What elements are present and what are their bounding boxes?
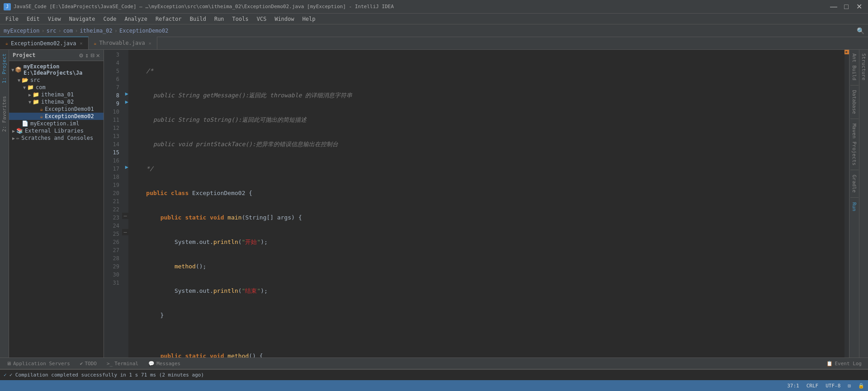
run-label[interactable]: Run — [850, 200, 858, 213]
lock-icon: 🔒 — [858, 383, 864, 389]
nav-item-itheima02[interactable]: itheima_02 — [80, 28, 113, 34]
line-num-11: 11 — [104, 116, 119, 124]
gutter-run-9[interactable]: ▶ — [125, 99, 128, 105]
menu-item-file[interactable]: File — [2, 15, 22, 23]
tree-item-myexception[interactable]: ▼ 📦 myException E:\IdeaProjects\Ja — [9, 63, 104, 76]
gradle-label[interactable]: Gradle — [850, 173, 858, 195]
project-panel-toggle[interactable]: 1: Project — [0, 52, 8, 85]
menu-bar: FileEditViewNavigateCodeAnalyzeRefactorB… — [0, 14, 868, 24]
project-panel-header: Project ⚙ ↕ ⊟ ✕ — [9, 50, 104, 61]
tree-item-exceptiondemo01[interactable]: › ☕ ExceptionDemo01 — [9, 105, 104, 113]
title-left: J JavaSE_Code [E:\IdeaProjects\JavaSE_Co… — [4, 3, 394, 10]
project-panel: Project ⚙ ↕ ⊟ ✕ ▼ 📦 myException E:\IdeaP… — [9, 50, 104, 358]
iml-icon: 📄 — [22, 120, 28, 127]
nav-item-src[interactable]: src — [47, 28, 57, 34]
line-num-28: 28 — [104, 254, 119, 262]
panel-expand-icon[interactable]: ⊟ — [90, 52, 94, 59]
panel-settings-icon[interactable]: ⚙ — [79, 52, 83, 59]
tree-item-itheima01[interactable]: ▶ 📁 itheima_01 — [9, 91, 104, 98]
status-right: 37:1 CRLF UTF-8 ⊡ 🔒 — [787, 383, 864, 389]
tab-throwable[interactable]: ☕ Throwable.java ✕ — [89, 37, 157, 49]
menu-item-refactor[interactable]: Refactor — [152, 15, 185, 23]
menu-item-help[interactable]: Help — [299, 15, 319, 23]
tab-todo[interactable]: ✔ TODO — [75, 360, 101, 367]
tab-messages[interactable]: 💬 Messages — [144, 360, 185, 367]
close-button[interactable]: ✕ — [854, 1, 864, 12]
tab-label-2: Throwable.java — [99, 40, 145, 46]
search-icon[interactable]: 🔍 — [857, 27, 864, 34]
crlf-indicator[interactable]: CRLF — [807, 383, 819, 389]
tree-label-scratches: Scratches and Consoles — [21, 135, 93, 141]
tree-arrow-itheima01: ▶ — [27, 92, 33, 97]
tree-label-ex02: ExceptionDemo02 — [45, 113, 94, 119]
tree-item-exceptiondemo02[interactable]: › ☕ ExceptionDemo02 — [9, 113, 104, 120]
gutter-run-8[interactable]: ▶ — [125, 91, 128, 97]
database-label[interactable]: Database — [850, 88, 858, 116]
tab-close-2[interactable]: ✕ — [149, 41, 151, 46]
line-num-26: 26 — [104, 238, 119, 246]
line-num-4: 4 — [104, 59, 119, 67]
menu-item-edit[interactable]: Edit — [23, 15, 43, 23]
messages-icon: 💬 — [148, 361, 155, 367]
tab-exceptiondemo02[interactable]: ☕ ExceptionDemo02.java ✕ — [0, 37, 89, 49]
tree-label-itheima01: itheima_01 — [41, 91, 74, 98]
src-icon: 📂 — [22, 77, 28, 83]
menu-item-window[interactable]: Window — [271, 15, 297, 23]
bottom-bar: 🖥 Application Servers ✔ TODO >_ Terminal… — [0, 358, 868, 380]
tree-label-extlibs: External Libraries — [25, 128, 84, 134]
nav-item-file[interactable]: ExceptionDemo02 — [119, 28, 168, 34]
line-num-18: 18 — [104, 173, 119, 181]
scratches-icon: ✏ — [16, 135, 19, 141]
menu-item-navigate[interactable]: Navigate — [66, 15, 99, 23]
tree-item-extlibs[interactable]: ▶ 📚 External Libraries — [9, 127, 104, 134]
cursor-position: 37:1 — [787, 383, 799, 389]
tree-item-iml[interactable]: › 📄 myException.iml — [9, 120, 104, 127]
line-num-23: 23 — [104, 214, 119, 222]
tree-label-iml: myException.iml — [30, 120, 79, 127]
compilation-bar: ✓ ✓ Compilation completed successfully i… — [0, 369, 868, 380]
menu-item-code[interactable]: Code — [100, 15, 120, 23]
tree-item-com[interactable]: ▼ 📁 com — [9, 84, 104, 91]
encoding-indicator[interactable]: UTF-8 — [826, 383, 840, 389]
maven-label[interactable]: Maven Projects — [850, 122, 858, 167]
tab-terminal[interactable]: >_ Terminal — [102, 360, 143, 367]
nav-item-com[interactable]: com — [63, 28, 73, 34]
favorites-panel-toggle[interactable]: 2: Favorites — [0, 94, 8, 134]
com-folder-icon: 📁 — [27, 84, 34, 91]
line-num-6: 6 — [104, 75, 119, 83]
gutter-run-15[interactable]: ▶ — [125, 164, 128, 170]
nav-item-myexception[interactable]: myException — [4, 28, 39, 34]
tree-item-scratches[interactable]: ▶ ✏ Scratches and Consoles — [9, 134, 104, 142]
tree-item-src[interactable]: ▼ 📂 src — [9, 76, 104, 84]
tab-application-servers[interactable]: 🖥 Application Servers — [2, 360, 75, 367]
tab-close-1[interactable]: ✕ — [80, 41, 83, 46]
menu-item-tools[interactable]: Tools — [229, 15, 252, 23]
ant-build-label[interactable]: Ant Build — [850, 52, 858, 82]
structure-label[interactable]: Structure — [860, 52, 868, 82]
bottom-tabs: 🖥 Application Servers ✔ TODO >_ Terminal… — [0, 358, 868, 369]
server-icon: 🖥 — [6, 361, 11, 367]
menu-item-build[interactable]: Build — [186, 15, 210, 23]
menu-item-vcs[interactable]: VCS — [253, 15, 270, 23]
sidebar-sep-2 — [850, 119, 859, 119]
panel-close-icon[interactable]: ✕ — [96, 52, 100, 59]
menu-item-run[interactable]: Run — [211, 15, 228, 23]
gutter-comment-20: — — [122, 213, 128, 219]
tree-item-itheima02[interactable]: ▼ 📁 itheima_02 — [9, 98, 104, 105]
app-icon: J — [4, 3, 11, 10]
code-lines: /* public String getMessage():返回此 throwa… — [128, 50, 844, 358]
sidebar-sep-1 — [850, 85, 859, 86]
minimize-button[interactable]: — — [828, 1, 839, 12]
panel-sort-icon[interactable]: ↕ — [85, 52, 89, 59]
line-num-20: 20 — [104, 189, 119, 197]
menu-item-analyze[interactable]: Analyze — [121, 15, 151, 23]
sidebar-sep-4 — [850, 197, 859, 198]
tab-event-log[interactable]: 📋 Event Log — [822, 360, 866, 367]
line-num-8: 8 — [104, 91, 119, 100]
maximize-button[interactable]: □ — [841, 1, 852, 12]
menu-item-view[interactable]: View — [44, 15, 65, 23]
line-num-10: 10 — [104, 108, 119, 116]
tree-arrow-src: ▼ — [16, 78, 22, 83]
code-editor[interactable]: 3 4 5 6 7 8 9 10 11 12 13 14 15 16 17 18… — [104, 50, 849, 358]
java-file-icon-2: ☕ — [94, 41, 97, 46]
